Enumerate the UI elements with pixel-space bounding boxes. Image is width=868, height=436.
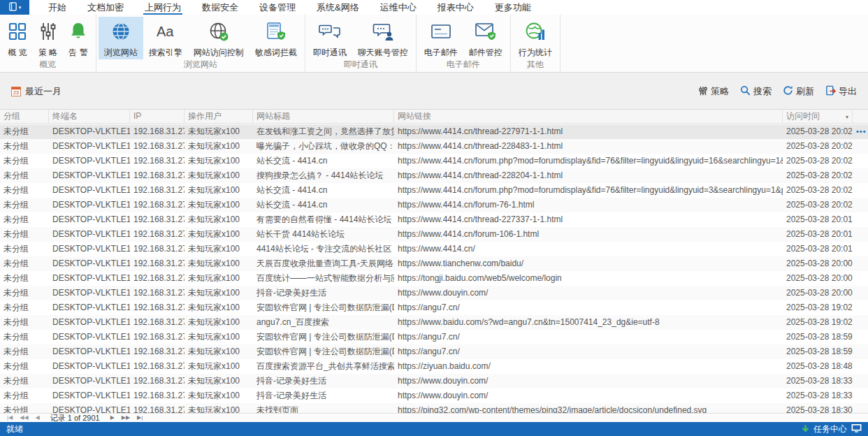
cell-group: 未分组 bbox=[0, 359, 49, 374]
cell-ip: 192.168.31.27 bbox=[130, 198, 185, 212]
column-header-terminal[interactable]: 终端名 bbox=[49, 110, 130, 123]
table-row[interactable]: 未分组 DESKTOP-VLKTLE1 192.168.31.27 未知玩家x1… bbox=[0, 330, 868, 344]
tab-system-network[interactable]: 系统&网络 bbox=[306, 0, 370, 15]
row-menu-icon[interactable] bbox=[853, 139, 868, 154]
tab-data-security[interactable]: 数据安全 bbox=[191, 0, 249, 15]
export-action-button[interactable]: 导出 bbox=[825, 85, 857, 98]
prev-record-button[interactable]: ◀ bbox=[32, 414, 43, 422]
refresh-action-button[interactable]: 刷新 bbox=[783, 85, 814, 98]
column-header-url[interactable]: 网站链接 bbox=[394, 110, 783, 123]
tab-more-features[interactable]: 更多功能 bbox=[484, 0, 542, 15]
sensitive-word-block-button[interactable]: 敏感词拦截 bbox=[249, 17, 303, 59]
cell-terminal: DESKTOP-VLKTLE1 bbox=[49, 388, 130, 403]
cell-group: 未分组 bbox=[0, 300, 49, 315]
table-row[interactable]: 未分组 DESKTOP-VLKTLE1 192.168.31.27 未知玩家x1… bbox=[0, 154, 868, 168]
table-row[interactable]: 未分组 DESKTOP-VLKTLE1 192.168.31.27 未知玩家x1… bbox=[0, 256, 868, 271]
table-row[interactable]: 未分组 DESKTOP-VLKTLE1 192.168.31.27 未知玩家x1… bbox=[0, 168, 868, 183]
search-action-button[interactable]: 搜索 bbox=[740, 85, 772, 98]
cell-title: 在发钱和涨工资之间，竟然选择了放贷款，... bbox=[253, 124, 394, 139]
row-menu-icon[interactable] bbox=[853, 227, 868, 242]
table-row[interactable]: 未分组 DESKTOP-VLKTLE1 192.168.31.27 未知玩家x1… bbox=[0, 124, 868, 139]
alert-button[interactable]: 告 警 bbox=[63, 17, 93, 59]
row-menu-icon[interactable] bbox=[853, 300, 868, 315]
mail-control-button[interactable]: 邮件管控 bbox=[463, 17, 508, 59]
date-range-filter[interactable]: 23 最近一月 bbox=[11, 85, 62, 98]
cell-url: https://www.4414.cn/thread-227337-1-1.ht… bbox=[394, 212, 783, 227]
cell-url: https://www.4414.cn/forum.php?mod=forumd… bbox=[394, 154, 783, 168]
table-row[interactable]: 未分组 DESKTOP-VLKTLE1 192.168.31.27 未知玩家x1… bbox=[0, 286, 868, 300]
cell-terminal: DESKTOP-VLKTLE1 bbox=[49, 286, 130, 300]
table-row[interactable]: 未分组 DESKTOP-VLKTLE1 192.168.31.27 未知玩家x1… bbox=[0, 359, 868, 374]
search-engine-button[interactable]: Aa 搜索引擎 bbox=[143, 17, 188, 59]
row-menu-icon[interactable] bbox=[853, 315, 868, 330]
website-access-control-button[interactable]: 网站访问控制 bbox=[188, 17, 249, 59]
cell-title: 曝光骗子，小心踩坑，做收录的QQ：28462... bbox=[253, 139, 394, 154]
prev-page-button[interactable]: ◀◀ bbox=[16, 414, 31, 422]
next-page-button[interactable]: ▶▶ bbox=[118, 414, 133, 422]
row-menu-icon[interactable] bbox=[853, 154, 868, 168]
chat-account-control-button[interactable]: 聊天账号管控 bbox=[352, 17, 414, 59]
row-menu-icon[interactable] bbox=[853, 183, 868, 198]
row-menu-icon[interactable] bbox=[853, 330, 868, 344]
row-menu-icon[interactable] bbox=[853, 374, 868, 388]
task-center-button[interactable]: 任务中心 bbox=[802, 423, 862, 435]
behavior-statistics-button[interactable]: 行为统计 bbox=[513, 17, 558, 59]
row-menu-icon[interactable] bbox=[853, 168, 868, 183]
cell-title: 抖音-记录美好生活 bbox=[253, 388, 394, 403]
next-record-button[interactable]: ▶ bbox=[107, 414, 118, 422]
table-row[interactable]: 未分组 DESKTOP-VLKTLE1 192.168.31.27 未知玩家x1… bbox=[0, 198, 868, 212]
chat-person-icon bbox=[372, 20, 394, 43]
browse-website-button[interactable]: 浏览网站 bbox=[99, 17, 143, 59]
tab-ops-center[interactable]: 运维中心 bbox=[370, 0, 427, 15]
table-row[interactable]: 未分组 DESKTOP-VLKTLE1 192.168.31.27 未知玩家x1… bbox=[0, 183, 868, 198]
policy-action-button[interactable]: 策略 bbox=[698, 85, 729, 98]
column-header-time[interactable]: ▾访问时间 bbox=[783, 110, 853, 123]
column-header-title[interactable]: 网站标题 bbox=[253, 110, 394, 123]
globe-filled-icon bbox=[111, 20, 131, 43]
tab-doc-encryption[interactable]: 文档加密 bbox=[77, 0, 134, 15]
row-menu-icon[interactable] bbox=[853, 388, 868, 403]
row-menu-icon[interactable]: ••• bbox=[853, 124, 868, 139]
cell-time: 2025-03-28 20:02:12 bbox=[783, 168, 853, 183]
row-menu-icon[interactable] bbox=[853, 344, 868, 359]
tab-internet-behavior[interactable]: 上网行为 bbox=[134, 0, 191, 15]
row-menu-icon[interactable] bbox=[853, 256, 868, 271]
table-row[interactable]: 未分组 DESKTOP-VLKTLE1 192.168.31.27 未知玩家x1… bbox=[0, 344, 868, 359]
table-row[interactable]: 未分组 DESKTOP-VLKTLE1 192.168.31.27 未知玩家x1… bbox=[0, 388, 868, 403]
sort-indicator-icon: ▾ bbox=[846, 110, 848, 123]
overview-button[interactable]: 概 览 bbox=[2, 17, 33, 59]
table-row[interactable]: 未分组 DESKTOP-VLKTLE1 192.168.31.27 未知玩家x1… bbox=[0, 403, 868, 413]
instant-messaging-button[interactable]: 即时通讯 bbox=[308, 17, 352, 59]
tab-report-center[interactable]: 报表中心 bbox=[427, 0, 484, 15]
table-row[interactable]: 未分组 DESKTOP-VLKTLE1 192.168.31.27 未知玩家x1… bbox=[0, 139, 868, 154]
row-menu-icon[interactable] bbox=[853, 286, 868, 300]
tab-device-management[interactable]: 设备管理 bbox=[249, 0, 306, 15]
monitor-icon[interactable] bbox=[851, 423, 862, 435]
table-row[interactable]: 未分组 DESKTOP-VLKTLE1 192.168.31.27 未知玩家x1… bbox=[0, 315, 868, 330]
column-header-ip[interactable]: IP bbox=[130, 110, 185, 123]
table-row[interactable]: 未分组 DESKTOP-VLKTLE1 192.168.31.27 未知玩家x1… bbox=[0, 242, 868, 256]
row-menu-icon[interactable] bbox=[853, 271, 868, 286]
column-header-group[interactable]: 分组 bbox=[0, 110, 49, 123]
tab-start[interactable]: 开始 bbox=[38, 0, 77, 15]
app-menu-button[interactable]: ▾ bbox=[0, 0, 29, 15]
table-row[interactable]: 未分组 DESKTOP-VLKTLE1 192.168.31.27 未知玩家x1… bbox=[0, 300, 868, 315]
cell-ip: 192.168.31.27 bbox=[130, 183, 185, 198]
email-button[interactable]: 电子邮件 bbox=[419, 17, 463, 59]
row-menu-icon[interactable] bbox=[853, 212, 868, 227]
first-record-button[interactable]: |◀ bbox=[3, 414, 16, 422]
table-row[interactable]: 未分组 DESKTOP-VLKTLE1 192.168.31.27 未知玩家x1… bbox=[0, 212, 868, 227]
table-row[interactable]: 未分组 DESKTOP-VLKTLE1 192.168.31.27 未知玩家x1… bbox=[0, 374, 868, 388]
cell-url: https://tongji.baidu.com/web5/welcome/lo… bbox=[394, 271, 783, 286]
last-record-button[interactable]: ▶| bbox=[133, 414, 146, 422]
envelope-shield-icon bbox=[475, 20, 497, 43]
row-menu-icon[interactable] bbox=[853, 198, 868, 212]
table-row[interactable]: 未分组 DESKTOP-VLKTLE1 192.168.31.27 未知玩家x1… bbox=[0, 271, 868, 286]
cell-terminal: DESKTOP-VLKTLE1 bbox=[49, 359, 130, 374]
table-row[interactable]: 未分组 DESKTOP-VLKTLE1 192.168.31.27 未知玩家x1… bbox=[0, 227, 868, 242]
row-menu-icon[interactable] bbox=[853, 242, 868, 256]
row-menu-icon[interactable] bbox=[853, 403, 868, 413]
row-menu-icon[interactable] bbox=[853, 359, 868, 374]
policy-button[interactable]: 策 略 bbox=[33, 17, 63, 59]
column-header-user[interactable]: 操作用户 bbox=[185, 110, 253, 123]
